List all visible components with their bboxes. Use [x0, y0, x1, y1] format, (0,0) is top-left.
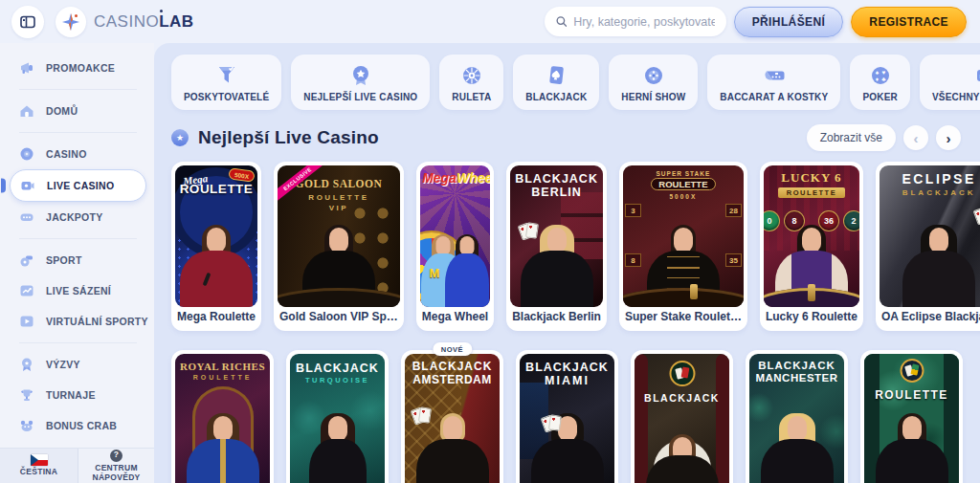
card-spade-icon — [544, 63, 568, 89]
chevron-left-icon: ‹ — [914, 130, 919, 146]
svg-text:♠: ♠ — [875, 69, 879, 76]
whistle-icon — [17, 251, 36, 270]
game-thumbnail: Mega Wheel M — [420, 165, 490, 307]
register-button[interactable]: REGISTRACE — [851, 7, 967, 37]
filter-poker[interactable]: ♠♥♦♣ POKER — [850, 55, 910, 110]
sidebar-item-promoakce[interactable]: PROMOAKCE — [10, 53, 146, 83]
sidebar-footer: ČEŠTINA ? CENTRUMNÁPOVĚDY — [0, 448, 154, 483]
sidebar-item-jackpoty[interactable]: JACKPOTY — [10, 202, 146, 232]
sidebar-item-live-casino[interactable]: LIVE CASINO — [10, 169, 146, 202]
filter-poskytovatele[interactable]: POSKYTOVATELÉ — [171, 55, 281, 110]
filter-ruleta[interactable]: RULETA — [439, 55, 503, 110]
sidebar-toggle-icon — [19, 13, 36, 31]
language-switcher[interactable]: ČEŠTINA — [0, 449, 78, 483]
sidebar-item-domu[interactable]: DOMŮ — [10, 96, 146, 126]
search-icon — [556, 15, 568, 28]
show-all-button[interactable]: Zobrazit vše — [807, 124, 896, 151]
game-card-royal-riches[interactable]: ROYAL RICHES ROULETTE — [171, 350, 274, 483]
czech-flag-icon — [31, 454, 48, 466]
live-casino-icon — [18, 176, 37, 195]
roulette-number: 8 — [625, 253, 641, 267]
game-card-blackjack-miami[interactable]: BLACKJACK MIAMI — [516, 350, 618, 483]
playing-cards — [543, 415, 562, 430]
star-badge-icon — [348, 63, 373, 89]
game-card-eclipse-blackjack[interactable]: ECLIPSE BLACKJACK OA Eclipse Blackja… — [876, 162, 980, 331]
game-card-blackjack-amsterdam[interactable]: NOVÉ BLACKJACK AMSTERDAM — [401, 350, 503, 483]
game-card-blackjack-berlin[interactable]: BLACKJACK BERLIN Blackjack Berlin — [506, 162, 607, 331]
dealer-figure — [642, 434, 723, 483]
search-input[interactable] — [573, 15, 714, 29]
live-betting-chart-icon — [17, 281, 36, 300]
sidebar-item-casino[interactable]: CASINO — [10, 139, 146, 169]
game-title: Super Stake Roulet… — [623, 307, 744, 327]
baccarat-table-icon — [762, 63, 787, 89]
casino-chip-icon — [17, 144, 36, 164]
game-card-blackjack-lobby[interactable]: BLACKJACK — [631, 350, 733, 483]
home-icon — [17, 101, 36, 121]
game-card-grid-row2: ROYAL RICHES ROULETTE BLACKJACK TURQUOIS… — [171, 350, 963, 483]
game-title: Gold Saloon VIP Sp… — [278, 307, 400, 327]
game-thumbnail: BLACKJACK BERLIN — [510, 165, 603, 307]
dealer-figure — [757, 413, 837, 483]
crab-icon — [17, 416, 36, 435]
roulette-table — [278, 288, 400, 307]
game-card-blackjack-manchester[interactable]: BLACKJACK MANCHESTER — [746, 350, 848, 483]
game-card-lucky6-roulette[interactable]: LUCKY 6 ROULETTE 0 8 36 2 Lucky 6 Roulet… — [760, 162, 863, 331]
game-thumbnail: ECLIPSE BLACKJACK — [880, 165, 980, 307]
game-thumbnail: ROULETTE — [864, 354, 959, 483]
blackjack-logo-icon — [669, 361, 695, 386]
game-card-mega-wheel[interactable]: Mega Wheel M Mega Wheel — [416, 162, 494, 331]
search-bar[interactable] — [545, 7, 726, 36]
sidebar-item-turnaje[interactable]: TURNAJE — [10, 380, 146, 410]
trophy-icon — [17, 385, 36, 405]
dealer-figure — [183, 413, 263, 483]
sidebar-item-vyzvy[interactable]: VÝZVY — [10, 349, 146, 380]
help-center-label: CENTRUMNÁPOVĚDY — [92, 464, 140, 483]
poker-suits-icon: ♠♥♦♣ — [868, 63, 893, 89]
sidebar: PROMOAKCE DOMŮ CASINO LIVE CASINO JACKPO… — [0, 43, 154, 483]
logo-text: CASINOLAB — [94, 12, 194, 32]
sidebar-item-live-sazeni[interactable]: LIVE SÁZENÍ — [10, 275, 146, 306]
game-card-blackjack-turquoise[interactable]: BLACKJACK TURQUOISE — [286, 350, 389, 483]
carousel-prev-button[interactable]: ‹ — [903, 125, 928, 150]
funnel-icon — [214, 63, 239, 89]
filter-blackjack[interactable]: BLACKJACK — [513, 55, 599, 110]
game-card-gold-saloon[interactable]: EXCLUSIVE GOLD SALOON ROULETTE VIP Gold … — [274, 162, 404, 331]
main-content: POSKYTOVATELÉ NEJLEPŠÍ LIVE CASINO RULET… — [154, 43, 980, 483]
game-card-roulette-green[interactable]: ROULETTE — [860, 350, 963, 483]
filter-baccarat-a-kostky[interactable]: BACCARAT A KOSTKY — [707, 55, 840, 110]
roulette-logo-icon — [900, 359, 924, 383]
game-thumbnail: BLACKJACK TURQUOISE — [290, 354, 385, 483]
game-thumbnail: EXCLUSIVE GOLD SALOON ROULETTE VIP — [278, 165, 400, 307]
dealer-figure — [298, 413, 378, 483]
sidebar-toggle-button[interactable] — [11, 6, 44, 38]
filter-herni-show[interactable]: HERNÍ SHOW — [609, 55, 698, 110]
dealer-figure — [176, 225, 256, 307]
question-mark-icon: ? — [110, 450, 122, 462]
new-badge: NOVÉ — [433, 342, 472, 356]
svg-text:♥: ♥ — [881, 69, 885, 76]
roulette-number: 35 — [725, 253, 742, 267]
filter-vsechny-live-casino[interactable]: LIVE VŠECHNY LIVE CASINO — [920, 55, 980, 110]
game-title: Mega Wheel — [420, 307, 490, 327]
dealer-figure — [899, 225, 979, 307]
game-card-super-stake-roulette[interactable]: SUPER STAKE ROULETTE 5000X 3 28 8 35 Sup… — [619, 162, 747, 331]
casinolab-logo[interactable]: CASINOLAB — [56, 7, 194, 37]
carousel-next-button[interactable]: › — [936, 125, 961, 150]
sidebar-item-obchod[interactable]: OBCHOD — [10, 441, 146, 448]
jackpot-dots-icon — [17, 208, 36, 227]
sidebar-item-virtualni-sporty[interactable]: VIRTUÁLNÍ SPORTY — [10, 306, 146, 337]
filter-nejlepsi-live-casino[interactable]: NEJLEPŠÍ LIVE CASINO — [291, 55, 430, 110]
game-title: Mega Roulette — [175, 307, 257, 327]
help-center-button[interactable]: ? CENTRUMNÁPOVĚDY — [78, 449, 154, 483]
playing-cards — [975, 208, 980, 223]
language-label: ČEŠTINA — [20, 468, 57, 477]
section-header: ★ Nejlepší Live Casino Zobrazit vše ‹ › — [171, 124, 961, 151]
login-button[interactable]: PŘIHLÁŠENÍ — [734, 7, 844, 37]
sidebar-item-bonus-crab[interactable]: BONUS CRAB — [10, 410, 146, 441]
sidebar-item-sport[interactable]: SPORT — [10, 245, 146, 275]
live-camera-icon: LIVE — [972, 63, 980, 89]
divider — [19, 132, 137, 133]
game-thumbnail: BLACKJACK — [635, 354, 729, 483]
game-card-mega-roulette[interactable]: 500X Mega ROULETTE Mega Roulette — [171, 162, 261, 331]
